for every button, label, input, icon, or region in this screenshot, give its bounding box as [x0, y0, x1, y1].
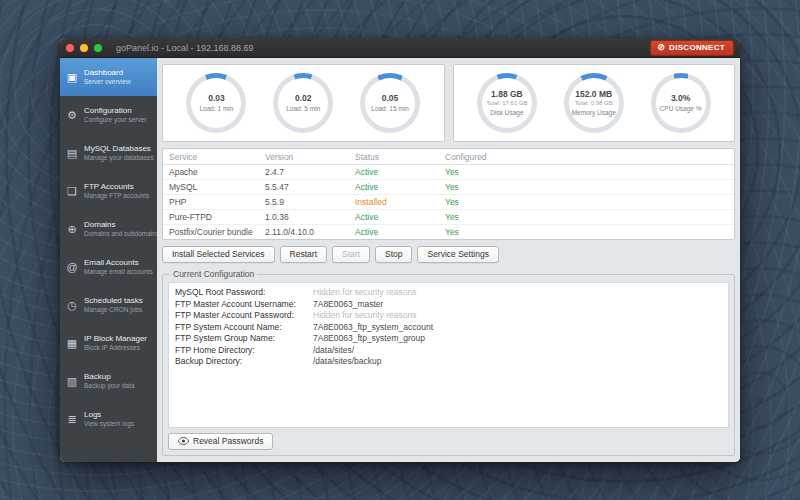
service-name-cell: Apache — [163, 165, 259, 180]
service-version-cell: 5.5.47 — [259, 180, 349, 195]
sidebar-item-subtitle: Manage your databases — [84, 154, 152, 162]
service-version-cell: 2.4.7 — [259, 165, 349, 180]
sidebar-item-subtitle: View system logs — [84, 420, 134, 428]
sidebar-item-title: IP Block Manager — [84, 334, 147, 343]
gauge-label: CPU Usage % — [660, 105, 702, 113]
database-icon: ▤ — [65, 147, 79, 159]
config-row-ftp-home-directory: FTP Home Directory: /data/sites/ — [175, 345, 722, 357]
disconnect-label: DISCONNECT — [669, 43, 725, 52]
sidebar-item-title: Scheduled tasks — [84, 296, 143, 305]
table-row[interactable]: Apache 2.4.7 Active Yes — [163, 165, 734, 180]
globe-icon: ⊕ — [65, 223, 79, 235]
config-row-ftp-master-account-password: FTP Master Account Password: Hidden for … — [175, 310, 722, 322]
sidebar-item-ip-block-manager[interactable]: ▦ IP Block Manager Block IP Addresses — [60, 324, 157, 362]
configuration-panel: MySQL Root Password: Hidden for security… — [168, 282, 729, 428]
config-value: Hidden for security reasons — [313, 287, 416, 299]
config-label: Backup Directory: — [175, 356, 313, 368]
gauge-label: Disk Usage — [490, 109, 523, 117]
config-value: 7A8E0063_ftp_system_group — [313, 333, 425, 345]
service-configured-cell: Yes — [439, 165, 734, 180]
config-row-backup-directory: Backup Directory: /data/sites/backup — [175, 356, 722, 368]
zoom-button[interactable] — [94, 44, 102, 52]
sidebar-item-logs[interactable]: ≣ Logs View system logs — [60, 400, 157, 438]
table-row[interactable]: PHP 5.5.9 Installed Yes — [163, 195, 734, 210]
gauge-label: Memory Usage — [572, 109, 616, 117]
service-version-cell: 5.5.9 — [259, 195, 349, 210]
config-value: /data/sites/ — [313, 345, 354, 357]
service-name-cell: Postfix/Courier bundle — [163, 225, 259, 240]
service-actions: Install Selected ServicesRestartStartSto… — [162, 246, 735, 263]
folder-icon: ❏ — [65, 185, 79, 197]
config-value: /data/sites/backup — [313, 356, 382, 368]
disconnect-button[interactable]: ⊘ DISCONNECT — [650, 40, 734, 56]
sidebar-item-configuration[interactable]: ⚙ Configuration Configure your server — [60, 96, 157, 134]
service-status-cell: Active — [349, 180, 439, 195]
usage-gauges-card: 1.88 GB Total: 17.61 GB Disk Usage 152.0… — [453, 64, 736, 142]
close-button[interactable] — [66, 44, 74, 52]
sidebar-item-title: Dashboard — [84, 68, 131, 77]
gauge-value: 0.03 — [208, 93, 225, 103]
gauge-load-5-min: 0.02 Load: 5 min — [273, 73, 333, 133]
sidebar-item-title: Configuration — [84, 106, 147, 115]
sidebar-item-mysql-databases[interactable]: ▤ MySQL Databases Manage your databases — [60, 134, 157, 172]
gauge-cpu-usage: 3.0% CPU Usage % — [651, 73, 711, 133]
sidebar-item-subtitle: Backup your data — [84, 382, 135, 390]
sidebar-item-scheduled-tasks[interactable]: ◷ Scheduled tasks Manage CRON jobs — [60, 286, 157, 324]
config-row-mysql-root-password: MySQL Root Password: Hidden for security… — [175, 287, 722, 299]
service-name-cell: PHP — [163, 195, 259, 210]
config-row-ftp-master-account-username: FTP Master Account Username: 7A8E0063_ma… — [175, 299, 722, 311]
sidebar-item-ftp-accounts[interactable]: ❏ FTP Accounts Manage FTP accounts — [60, 172, 157, 210]
sidebar-item-email-accounts[interactable]: @ Email Accounts Manage email accounts — [60, 248, 157, 286]
config-value: 7A8E0063_ftp_system_account — [313, 322, 433, 334]
gauge-value: 3.0% — [671, 93, 690, 103]
archive-icon: ▥ — [65, 375, 79, 387]
gauge-load-1-min: 0.03 Load: 1 min — [186, 73, 246, 133]
gauge-value: 0.05 — [382, 93, 399, 103]
eye-icon — [178, 437, 189, 445]
gauge-label: Load: 15 min — [371, 105, 409, 113]
services-table-header: ServiceVersionStatusConfigured — [163, 149, 734, 165]
configuration-icon: ⚙ — [65, 109, 79, 121]
service-status-cell: Active — [349, 225, 439, 240]
config-value: 7A8E0063_master — [313, 299, 383, 311]
gauge-load-15-min: 0.05 Load: 15 min — [360, 73, 420, 133]
reveal-passwords-button[interactable]: Reveal Passwords — [168, 433, 273, 450]
sidebar-item-dashboard[interactable]: ▣ Dashboard Server overview — [60, 58, 157, 96]
sidebar-item-subtitle: Manage CRON jobs — [84, 306, 143, 314]
start-button[interactable]: Start — [332, 246, 370, 263]
column-header-version: Version — [259, 149, 349, 165]
service-status-cell: Installed — [349, 195, 439, 210]
table-row[interactable]: Pure-FTPD 1.0.36 Active Yes — [163, 210, 734, 225]
sidebar: ▣ Dashboard Server overview ⚙ Configurat… — [60, 58, 157, 462]
power-icon: ⊘ — [657, 43, 665, 51]
sidebar-item-domains[interactable]: ⊕ Domains Domains and subdomains — [60, 210, 157, 248]
load-gauges-card: 0.03 Load: 1 min 0.02 Load: 5 min 0.05 L… — [162, 64, 445, 142]
restart-button[interactable]: Restart — [280, 246, 327, 263]
service-settings-button[interactable]: Service Settings — [417, 246, 498, 263]
title-bar: goPanel.io - Local - 192.168.88.69 ⊘ DIS… — [60, 38, 740, 58]
clock-icon: ◷ — [65, 299, 79, 311]
service-status-cell: Active — [349, 210, 439, 225]
sidebar-item-subtitle: Manage email accounts — [84, 268, 152, 276]
email-icon: @ — [65, 261, 79, 273]
gauge-value: 1.88 GB — [491, 89, 523, 99]
service-version-cell: 1.0.36 — [259, 210, 349, 225]
gauge-memory-usage: 152.0 MB Total: 0.98 GB Memory Usage — [564, 73, 624, 133]
gauges-row: 0.03 Load: 1 min 0.02 Load: 5 min 0.05 L… — [162, 64, 735, 142]
sidebar-item-title: Backup — [84, 372, 135, 381]
sidebar-item-title: Domains — [84, 220, 152, 229]
gauge-label: Load: 1 min — [199, 105, 233, 113]
stop-button[interactable]: Stop — [375, 246, 413, 263]
logs-icon: ≣ — [65, 413, 79, 425]
desktop: { "window": { "title": "goPanel.io - Loc… — [0, 0, 800, 500]
table-row[interactable]: MySQL 5.5.47 Active Yes — [163, 180, 734, 195]
config-label: FTP Master Account Password: — [175, 310, 313, 322]
table-row[interactable]: Postfix/Courier bundle 2.11.0/4.10.0 Act… — [163, 225, 734, 240]
minimize-button[interactable] — [80, 44, 88, 52]
sidebar-item-title: Logs — [84, 410, 134, 419]
sidebar-item-backup[interactable]: ▥ Backup Backup your data — [60, 362, 157, 400]
install-selected-services-button[interactable]: Install Selected Services — [162, 246, 275, 263]
gauge-value: 152.0 MB — [575, 89, 612, 99]
service-configured-cell: Yes — [439, 180, 734, 195]
gauge-label: Load: 5 min — [286, 105, 320, 113]
